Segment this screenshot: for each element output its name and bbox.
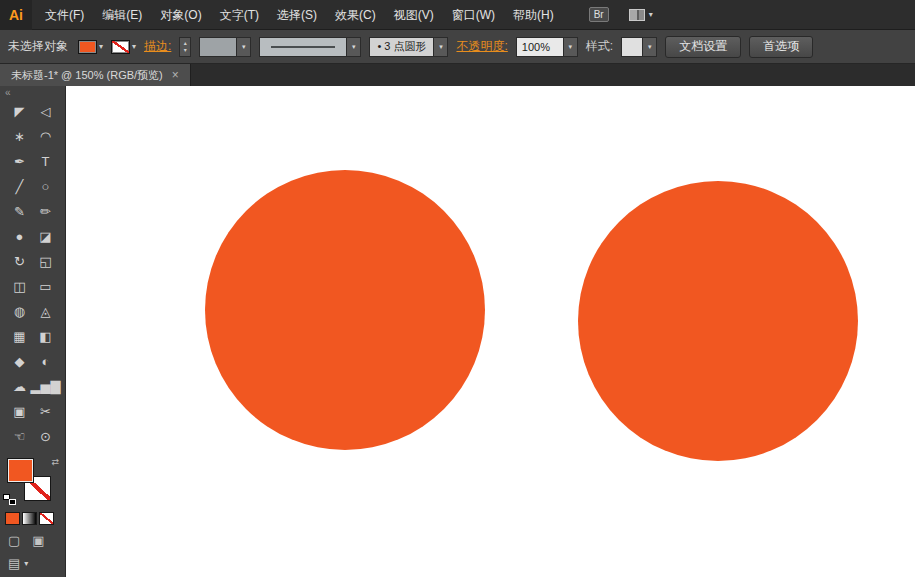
symbol-sprayer-tool[interactable]: ☁ [7, 374, 33, 399]
chevron-down-icon: ▾ [433, 38, 447, 56]
document-tab[interactable]: 未标题-1* @ 150% (RGB/预览) × [0, 64, 191, 86]
change-screen-mode-button[interactable]: ▤ [8, 557, 20, 570]
chevron-down-icon: ▾ [24, 560, 28, 568]
chevron-down-icon: ▾ [642, 38, 656, 56]
menu-item-7[interactable]: 窗口(W) [443, 0, 504, 30]
menu-list: 文件(F)编辑(E)对象(O)文字(T)选择(S)效果(C)视图(V)窗口(W)… [36, 0, 563, 30]
orange-circle-left[interactable] [205, 170, 485, 450]
shape-builder-tool[interactable]: ◍ [7, 299, 33, 324]
brush-definition-value: • 3 点圆形 [370, 38, 433, 56]
menu-item-6[interactable]: 视图(V) [385, 0, 443, 30]
menu-item-2[interactable]: 对象(O) [151, 0, 210, 30]
stepper-down-icon: ▾ [184, 47, 187, 54]
screen-mode-row: ▤ ▾ [8, 557, 28, 570]
menu-bar: Ai 文件(F)编辑(E)对象(O)文字(T)选择(S)效果(C)视图(V)窗口… [0, 0, 915, 30]
selection-status-label: 未选择对象 [8, 38, 68, 55]
fill-color-icon [78, 40, 97, 54]
paint-mode-row [5, 512, 54, 525]
chevron-down-icon: ▾ [563, 38, 577, 56]
width-profile-preview [260, 38, 346, 56]
free-transform-tool[interactable]: ▭ [33, 274, 59, 299]
ellipse-tool[interactable]: ○ [33, 174, 59, 199]
color-mode-button[interactable] [5, 512, 20, 525]
chevron-down-icon: ▾ [99, 43, 103, 51]
swap-fill-stroke-icon[interactable]: ⇄ [51, 457, 59, 467]
bridge-icon[interactable]: Br [589, 7, 609, 22]
blend-tool[interactable]: ◐ [33, 349, 59, 374]
stroke-weight-dropdown[interactable]: ▾ [199, 37, 251, 57]
width-profile-dropdown[interactable]: ▾ [259, 37, 361, 57]
illustrator-window: Ai 文件(F)编辑(E)对象(O)文字(T)选择(S)效果(C)视图(V)窗口… [0, 0, 915, 577]
stepper-up-icon: ▴ [184, 40, 187, 47]
style-preview [622, 38, 642, 56]
draw-mode-row: ▢ ▣ [8, 534, 45, 547]
width-tool[interactable]: ◫ [7, 274, 33, 299]
stroke-weight-stepper[interactable]: ▴ ▾ [179, 37, 191, 57]
orange-circle-right[interactable] [578, 181, 858, 461]
chevron-down-icon: ▾ [346, 38, 360, 56]
document-setup-button[interactable]: 文档设置 [665, 36, 741, 58]
fill-color-swatch[interactable]: ▾ [78, 40, 103, 54]
draw-normal-mode-button[interactable]: ▢ [8, 534, 20, 547]
lasso-tool[interactable]: ◠ [33, 124, 59, 149]
eyedropper-tool[interactable]: ◆ [7, 349, 33, 374]
style-label: 样式: [586, 38, 613, 55]
zoom-tool[interactable]: ⊙ [33, 424, 59, 449]
none-mode-button[interactable] [39, 512, 54, 525]
stroke-none-icon [111, 40, 130, 54]
stroke-weight-link[interactable]: 描边: [144, 38, 171, 55]
menu-item-1[interactable]: 编辑(E) [93, 0, 151, 30]
gradient-mode-button[interactable] [22, 512, 37, 525]
rotate-tool[interactable]: ↻ [7, 249, 33, 274]
brush-definition-dropdown[interactable]: • 3 点圆形 ▾ [369, 37, 448, 57]
pen-tool[interactable]: ✒ [7, 149, 33, 174]
workspace-layout-switcher[interactable]: ▾ [629, 9, 653, 21]
workspace: « ◤◁∗◠✒T╱○✎✏●◪↻◱◫▭◍◬▦◧◆◐☁▂▅▇▣✂☜⊙ ⇄ ▢ ▣ [0, 86, 915, 577]
close-icon[interactable]: × [172, 69, 179, 81]
chevron-down-icon: ▾ [649, 11, 653, 19]
fill-stroke-indicator: ⇄ [3, 457, 59, 505]
hand-tool[interactable]: ☜ [7, 424, 33, 449]
selection-tool[interactable]: ◤ [7, 99, 33, 124]
opacity-link[interactable]: 不透明度: [456, 38, 507, 55]
type-tool[interactable]: T [33, 149, 59, 174]
mesh-tool[interactable]: ▦ [7, 324, 33, 349]
document-tab-bar: 未标题-1* @ 150% (RGB/预览) × [0, 64, 915, 86]
perspective-grid-tool[interactable]: ◬ [33, 299, 59, 324]
app-logo-icon: Ai [0, 0, 32, 30]
magic-wand-tool[interactable]: ∗ [7, 124, 33, 149]
document-tab-title: 未标题-1* @ 150% (RGB/预览) [11, 68, 163, 83]
collapse-panel-icon[interactable]: « [0, 86, 16, 99]
menu-item-4[interactable]: 选择(S) [268, 0, 326, 30]
paintbrush-tool[interactable]: ✎ [7, 199, 33, 224]
preferences-button[interactable]: 首选项 [749, 36, 813, 58]
menu-item-8[interactable]: 帮助(H) [504, 0, 563, 30]
line-segment-tool[interactable]: ╱ [7, 174, 33, 199]
pencil-tool[interactable]: ✏ [33, 199, 59, 224]
tools-panel: « ◤◁∗◠✒T╱○✎✏●◪↻◱◫▭◍◬▦◧◆◐☁▂▅▇▣✂☜⊙ ⇄ ▢ ▣ [0, 86, 66, 577]
scale-tool[interactable]: ◱ [33, 249, 59, 274]
menu-item-0[interactable]: 文件(F) [36, 0, 93, 30]
blob-brush-tool[interactable]: ● [7, 224, 33, 249]
menu-item-5[interactable]: 效果(C) [326, 0, 385, 30]
fill-indicator[interactable] [7, 458, 34, 483]
artboard[interactable] [66, 86, 915, 577]
direct-selection-tool[interactable]: ◁ [33, 99, 59, 124]
artboard-tool[interactable]: ▣ [7, 399, 33, 424]
default-fill-stroke-icon[interactable] [3, 494, 16, 505]
draw-behind-mode-button[interactable]: ▣ [32, 534, 44, 547]
menu-item-3[interactable]: 文字(T) [211, 0, 268, 30]
slice-tool[interactable]: ✂ [33, 399, 59, 424]
eraser-tool[interactable]: ◪ [33, 224, 59, 249]
control-bar: 未选择对象 ▾ ▾ 描边: ▴ ▾ ▾ ▾ • 3 点圆形 ▾ 不透明度: 10… [0, 30, 915, 64]
gradient-tool[interactable]: ◧ [33, 324, 59, 349]
style-dropdown[interactable]: ▾ [621, 37, 657, 57]
chevron-down-icon: ▾ [132, 43, 136, 51]
column-graph-tool[interactable]: ▂▅▇ [33, 374, 59, 399]
stroke-weight-value [200, 38, 236, 56]
opacity-value: 100% [517, 38, 563, 56]
opacity-field[interactable]: 100% ▾ [516, 37, 578, 57]
stroke-color-swatch[interactable]: ▾ [111, 40, 136, 54]
layout-grid-icon [629, 9, 645, 21]
chevron-down-icon: ▾ [236, 38, 250, 56]
